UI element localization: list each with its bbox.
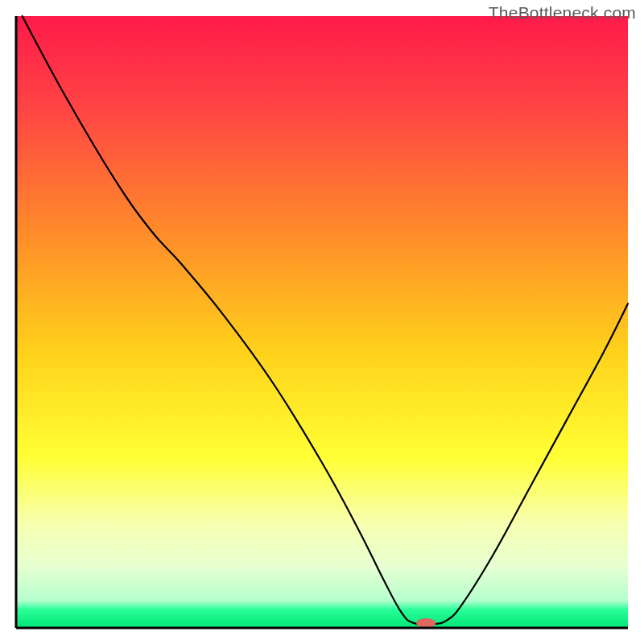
bottleneck-chart: TheBottleneck.com: [0, 0, 644, 644]
plot-background: [16, 16, 628, 628]
chart-svg: [0, 0, 644, 644]
watermark-text: TheBottleneck.com: [489, 3, 636, 23]
optimal-marker: [416, 618, 436, 628]
